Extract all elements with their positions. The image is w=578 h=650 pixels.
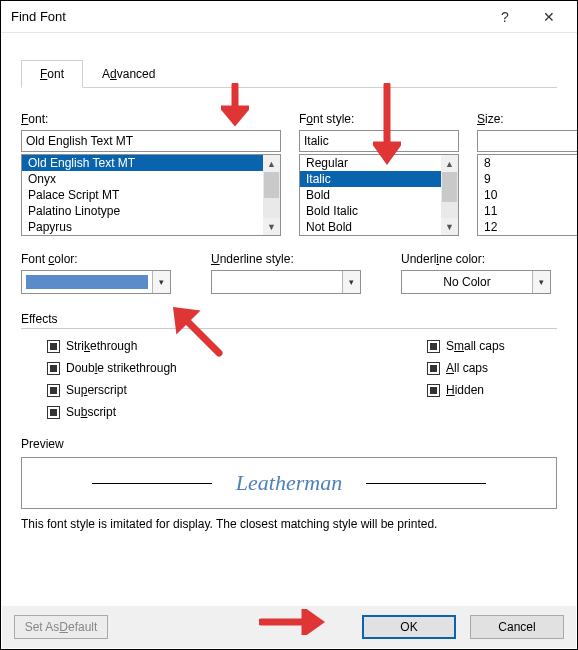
checkbox-icon xyxy=(47,340,60,353)
list-item[interactable]: Bold xyxy=(300,187,441,203)
tab-advanced[interactable]: Advanced xyxy=(83,60,174,88)
help-button[interactable]: ? xyxy=(483,2,527,32)
scroll-thumb[interactable] xyxy=(442,172,457,202)
color-underline-row: Font color: ▾ Underline style: ▾ Underli… xyxy=(21,252,557,294)
title-bar: Find Font ? ✕ xyxy=(1,1,577,33)
size-list[interactable]: 89101112 ▲ ▼ xyxy=(477,154,578,236)
font-color-label: Font color: xyxy=(21,252,171,266)
preview-box: Leatherman xyxy=(21,457,557,509)
list-item[interactable]: Bold Italic xyxy=(300,203,441,219)
checkbox-subscript[interactable]: Subscript xyxy=(47,405,427,419)
list-item[interactable]: Palatino Linotype xyxy=(22,203,263,219)
chevron-down-icon[interactable]: ▾ xyxy=(532,271,550,293)
list-item[interactable]: 9 xyxy=(478,171,578,187)
list-item[interactable]: 11 xyxy=(478,203,578,219)
underline-style-dropdown[interactable]: ▾ xyxy=(211,270,361,294)
checkbox-icon xyxy=(47,406,60,419)
list-item[interactable]: Regular xyxy=(300,155,441,171)
rule xyxy=(366,483,486,484)
tab-strip: Font Advanced xyxy=(21,59,557,88)
chevron-down-icon[interactable]: ▼ xyxy=(263,218,280,235)
effects-group: Effects Strikethrough Double strikethrou… xyxy=(21,312,557,419)
checkbox-small-caps[interactable]: Small caps xyxy=(427,339,505,353)
underline-color-dropdown[interactable]: No Color ▾ xyxy=(401,270,551,294)
font-color-dropdown[interactable]: ▾ xyxy=(21,270,171,294)
size-input[interactable] xyxy=(477,130,578,152)
color-swatch xyxy=(26,275,148,289)
tab-font[interactable]: Font xyxy=(21,60,83,88)
checkbox-icon xyxy=(427,362,440,375)
dialog-body: Font Advanced Font: Old English Text MTO… xyxy=(1,33,577,531)
list-item[interactable]: Not Bold xyxy=(300,219,441,235)
list-item[interactable]: Palace Script MT xyxy=(22,187,263,203)
underline-color-label: Underline color: xyxy=(401,252,551,266)
list-item[interactable]: 8 xyxy=(478,155,578,171)
list-item[interactable]: 12 xyxy=(478,219,578,235)
chevron-down-icon[interactable]: ▾ xyxy=(152,271,170,293)
underline-style-label: Underline style: xyxy=(211,252,361,266)
size-label: Size: xyxy=(477,112,578,126)
list-item[interactable]: Papyrus xyxy=(22,219,263,235)
font-style-label: Font style: xyxy=(299,112,459,126)
button-bar: Set As Default OK Cancel xyxy=(2,606,576,648)
list-item[interactable]: Old English Text MT xyxy=(22,155,263,171)
font-label: Font: xyxy=(21,112,281,126)
checkbox-icon xyxy=(47,362,60,375)
scrollbar[interactable]: ▲ ▼ xyxy=(263,155,280,235)
chevron-down-icon[interactable]: ▾ xyxy=(342,271,360,293)
set-as-default-button[interactable]: Set As Default xyxy=(14,615,108,639)
window-title: Find Font xyxy=(11,9,483,24)
preview-group: Preview Leatherman This font style is im… xyxy=(21,437,557,531)
font-style-input[interactable] xyxy=(299,130,459,152)
scrollbar[interactable]: ▲ ▼ xyxy=(441,155,458,235)
checkbox-icon xyxy=(427,384,440,397)
effects-label: Effects xyxy=(21,312,57,326)
preview-sample: Leatherman xyxy=(236,470,342,496)
preview-label: Preview xyxy=(21,437,64,451)
cancel-button[interactable]: Cancel xyxy=(470,615,564,639)
checkbox-double-strikethrough[interactable]: Double strikethrough xyxy=(47,361,427,375)
list-item[interactable]: Onyx xyxy=(22,171,263,187)
chevron-up-icon[interactable]: ▲ xyxy=(441,155,458,172)
preview-note: This font style is imitated for display.… xyxy=(21,517,557,531)
font-list[interactable]: Old English Text MTOnyxPalace Script MTP… xyxy=(21,154,281,236)
font-input[interactable] xyxy=(21,130,281,152)
font-style-list[interactable]: RegularItalicBoldBold ItalicNot Bold ▲ ▼ xyxy=(299,154,459,236)
checkbox-icon xyxy=(47,384,60,397)
checkbox-hidden[interactable]: Hidden xyxy=(427,383,505,397)
ok-button[interactable]: OK xyxy=(362,615,456,639)
chevron-up-icon[interactable]: ▲ xyxy=(263,155,280,172)
checkbox-superscript[interactable]: Superscript xyxy=(47,383,427,397)
list-item[interactable]: Italic xyxy=(300,171,441,187)
scroll-thumb[interactable] xyxy=(264,172,279,198)
close-button[interactable]: ✕ xyxy=(527,2,571,32)
list-item[interactable]: 10 xyxy=(478,187,578,203)
checkbox-all-caps[interactable]: All caps xyxy=(427,361,505,375)
rule xyxy=(92,483,212,484)
chevron-down-icon[interactable]: ▼ xyxy=(441,218,458,235)
checkbox-icon xyxy=(427,340,440,353)
checkbox-strikethrough[interactable]: Strikethrough xyxy=(47,339,427,353)
font-picker-row: Font: Old English Text MTOnyxPalace Scri… xyxy=(21,112,557,236)
